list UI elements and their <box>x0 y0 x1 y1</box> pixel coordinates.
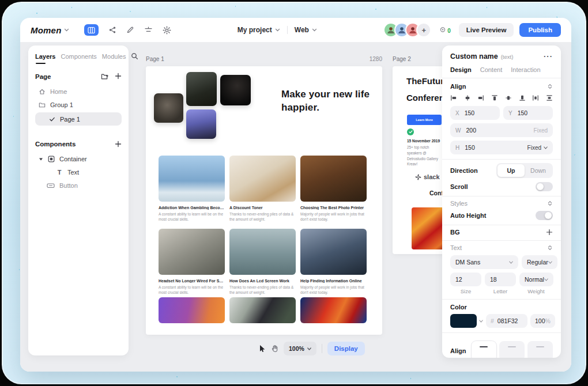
card-title: A Discount Toner <box>229 206 296 210</box>
font-family-value: DM Sans <box>455 259 480 266</box>
align-left-icon[interactable] <box>450 94 457 101</box>
divider <box>442 159 561 160</box>
collapse-icon[interactable] <box>547 200 553 206</box>
blog-card[interactable]: Choosing The Best Photo Printer Majority… <box>300 156 367 229</box>
x-position-field[interactable]: X 150 <box>450 106 500 120</box>
collapse-icon[interactable] <box>547 84 553 89</box>
panel-element-type: (text) <box>501 54 514 60</box>
share-icon[interactable] <box>108 26 116 34</box>
direction-down-option[interactable]: Down <box>525 164 552 177</box>
search-icon[interactable] <box>131 52 138 60</box>
align-vertical-center-icon[interactable] <box>505 94 512 101</box>
color-swatch-select[interactable] <box>450 314 483 328</box>
add-collaborator-button[interactable]: + <box>416 22 431 37</box>
blog-card[interactable]: How Does An Lcd Screen Work Thanks to ne… <box>229 229 296 302</box>
editor-workspace: Layers Components Modules Page <box>20 42 571 372</box>
font-weight-select[interactable]: Normal <box>519 273 553 286</box>
event-column[interactable]: 15 November 2019 25+ top notch speakers … <box>407 137 444 167</box>
momen-logo[interactable]: Momen <box>31 25 69 35</box>
blog-card[interactable]: Help Finding Information Online Majority… <box>300 229 367 302</box>
auto-height-toggle[interactable] <box>536 211 553 220</box>
card-image[interactable] <box>300 297 367 323</box>
blog-card[interactable]: A Discount Toner Thanks to never-ending … <box>229 156 296 229</box>
tab-layers[interactable]: Layers <box>35 53 55 60</box>
width-field[interactable]: W 200 Fixed <box>450 123 553 137</box>
hero-portrait-image[interactable] <box>154 93 183 123</box>
font-size-input[interactable]: 12 <box>450 273 481 286</box>
hand-icon[interactable] <box>271 345 278 353</box>
pen-icon[interactable] <box>126 26 134 34</box>
letter-spacing-input[interactable]: 18 <box>485 273 516 286</box>
scroll-label: Scroll <box>450 183 468 190</box>
page2-label[interactable]: Page 2 <box>393 56 411 62</box>
hero-portrait-image[interactable] <box>186 72 217 106</box>
sidebar-item-text[interactable]: T Text <box>35 165 122 179</box>
folder-plus-icon[interactable] <box>101 73 109 80</box>
text-align-option[interactable] <box>527 341 553 358</box>
add-bg-button[interactable] <box>546 229 553 236</box>
distribute-horizontal-icon[interactable] <box>532 94 539 101</box>
hero-portrait-image[interactable] <box>186 109 216 139</box>
tab-components[interactable]: Components <box>61 53 96 60</box>
card-image <box>229 229 296 275</box>
zoom-select[interactable]: 100% <box>284 342 316 355</box>
layout-panel-button[interactable] <box>84 24 99 36</box>
blog-card[interactable]: Addiction When Gambling Become... A cons… <box>159 156 225 229</box>
sidebar-item-home[interactable]: Home <box>35 85 122 98</box>
sidebar-item-page1[interactable]: Page 1 <box>35 112 122 126</box>
tab-content[interactable]: Content <box>480 66 503 73</box>
color-hex-input[interactable]: # 081F32 <box>486 314 527 328</box>
page1-canvas[interactable]: Make your new life happier. Addiction Wh… <box>146 66 382 335</box>
w-value: 200 <box>466 127 476 134</box>
canvas-toolbar: 100% Display <box>258 340 365 357</box>
height-field[interactable]: H 150 Fixed <box>450 141 553 154</box>
align-top-icon[interactable] <box>491 94 498 101</box>
card-image[interactable] <box>229 297 296 323</box>
card-image[interactable] <box>159 297 225 323</box>
sidebar-item-group1[interactable]: Group 1 <box>35 98 122 111</box>
slack-logo[interactable]: slack <box>415 173 440 180</box>
y-position-field[interactable]: Y 150 <box>503 106 553 120</box>
divider <box>322 344 322 353</box>
text-align-option[interactable] <box>472 341 497 358</box>
caret-down-icon[interactable] <box>39 157 43 161</box>
add-component-button[interactable] <box>115 141 122 147</box>
platform-dropdown[interactable]: Web <box>295 26 317 34</box>
display-button[interactable]: Display <box>327 342 365 355</box>
live-preview-button[interactable]: Live Preview <box>459 23 514 37</box>
font-family-select[interactable]: DM Sans <box>450 255 518 269</box>
align-right-icon[interactable] <box>477 94 484 101</box>
page1-label[interactable]: Page 1 <box>146 56 164 62</box>
gear-icon[interactable] <box>163 26 171 35</box>
cursor-icon[interactable] <box>258 345 266 353</box>
tab-modules[interactable]: Modules <box>102 53 126 60</box>
align-section-title: Align <box>450 83 466 90</box>
tab-interaction[interactable]: Interaction <box>511 66 540 73</box>
collapse-icon[interactable] <box>547 245 553 251</box>
sidebar-item-button[interactable]: Button <box>35 179 122 192</box>
hero-title[interactable]: Make your new life happier. <box>281 88 371 115</box>
add-page-button[interactable] <box>115 73 122 80</box>
text-align-option[interactable] <box>499 341 525 358</box>
credits-indicator[interactable]: 0 <box>439 27 451 34</box>
tab-design[interactable]: Design <box>450 66 472 73</box>
sidebar-item-container[interactable]: Container <box>35 152 122 165</box>
divider <box>442 299 561 300</box>
align-bottom-icon[interactable] <box>519 94 526 101</box>
direction-up-option[interactable]: Up <box>497 164 525 177</box>
publish-button[interactable]: Publish <box>519 23 561 37</box>
color-opacity-input[interactable]: 100 % <box>530 314 555 328</box>
learn-more-button[interactable]: Learn More <box>407 115 442 125</box>
blog-card[interactable]: Headset No Longer Wired For Sound A cons… <box>159 229 225 302</box>
font-style-select[interactable]: Regular <box>522 255 557 269</box>
scroll-toggle[interactable] <box>536 182 553 191</box>
hero-portrait-image[interactable] <box>220 75 251 105</box>
button-icon <box>47 182 55 189</box>
more-icon[interactable]: ··· <box>544 54 553 59</box>
distribute-vertical-icon[interactable] <box>546 94 553 101</box>
project-dropdown[interactable]: My project <box>238 26 280 34</box>
align-horizontal-center-icon[interactable] <box>464 94 471 101</box>
distribute-icon[interactable] <box>144 26 153 34</box>
panel-title: Custom name <box>450 52 498 60</box>
h-mode-select[interactable]: Fixed <box>527 145 548 151</box>
